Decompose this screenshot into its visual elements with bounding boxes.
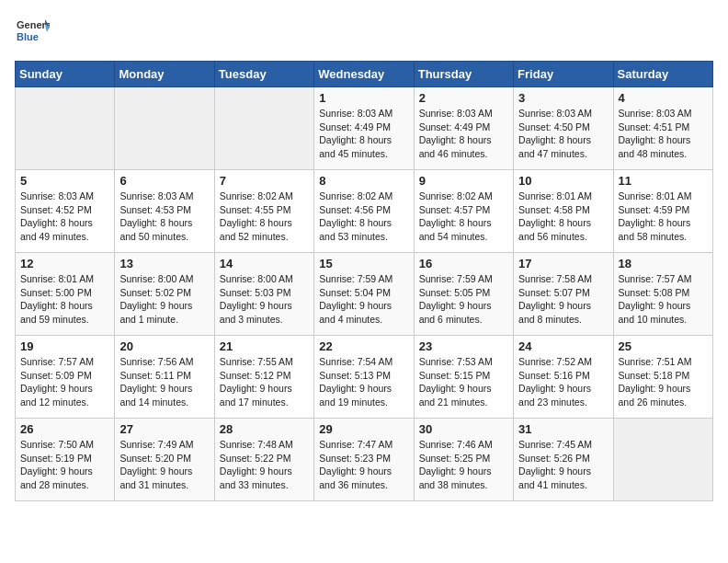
day-info: Sunrise: 8:01 AM Sunset: 5:00 PM Dayligh…	[20, 272, 109, 327]
day-info: Sunrise: 7:51 AM Sunset: 5:18 PM Dayligh…	[619, 355, 708, 409]
day-cell: 13Sunrise: 8:00 AM Sunset: 5:02 PM Dayli…	[115, 253, 214, 336]
day-info: Sunrise: 8:02 AM Sunset: 4:55 PM Dayligh…	[220, 190, 309, 244]
day-number: 22	[319, 339, 408, 353]
day-cell: 3Sunrise: 8:03 AM Sunset: 4:50 PM Daylig…	[514, 87, 613, 170]
day-number: 14	[220, 257, 309, 270]
day-info: Sunrise: 7:58 AM Sunset: 5:07 PM Dayligh…	[518, 272, 608, 327]
day-info: Sunrise: 7:54 AM Sunset: 5:13 PM Dayligh…	[319, 355, 408, 409]
day-cell: 26Sunrise: 7:50 AM Sunset: 5:19 PM Dayli…	[16, 419, 115, 501]
day-info: Sunrise: 8:03 AM Sunset: 4:53 PM Dayligh…	[119, 190, 209, 244]
day-cell: 22Sunrise: 7:54 AM Sunset: 5:13 PM Dayli…	[314, 336, 414, 419]
day-info: Sunrise: 8:03 AM Sunset: 4:49 PM Dayligh…	[419, 107, 508, 161]
day-info: Sunrise: 8:01 AM Sunset: 4:59 PM Dayligh…	[619, 190, 708, 244]
header-cell-wednesday: Wednesday	[314, 62, 414, 87]
day-cell: 19Sunrise: 7:57 AM Sunset: 5:09 PM Dayli…	[16, 336, 115, 419]
day-cell	[115, 87, 214, 170]
day-number: 16	[419, 257, 508, 270]
header-row: SundayMondayTuesdayWednesdayThursdayFrid…	[16, 62, 713, 87]
day-cell	[214, 87, 313, 170]
header-cell-thursday: Thursday	[414, 62, 513, 87]
week-row-3: 12Sunrise: 8:01 AM Sunset: 5:00 PM Dayli…	[16, 253, 713, 336]
day-number: 15	[319, 257, 408, 270]
day-info: Sunrise: 8:00 AM Sunset: 5:03 PM Dayligh…	[220, 272, 309, 327]
day-cell: 6Sunrise: 8:03 AM Sunset: 4:53 PM Daylig…	[115, 170, 214, 253]
day-cell: 17Sunrise: 7:58 AM Sunset: 5:07 PM Dayli…	[514, 253, 613, 336]
day-number: 30	[419, 422, 508, 436]
day-cell: 15Sunrise: 7:59 AM Sunset: 5:04 PM Dayli…	[314, 253, 414, 336]
day-info: Sunrise: 7:48 AM Sunset: 5:22 PM Dayligh…	[220, 438, 309, 492]
day-cell: 7Sunrise: 8:02 AM Sunset: 4:55 PM Daylig…	[214, 170, 313, 253]
day-cell: 18Sunrise: 7:57 AM Sunset: 5:08 PM Dayli…	[613, 253, 712, 336]
logo-svg: General Blue	[15, 15, 50, 50]
day-cell: 23Sunrise: 7:53 AM Sunset: 5:15 PM Dayli…	[414, 336, 513, 419]
day-cell: 31Sunrise: 7:45 AM Sunset: 5:26 PM Dayli…	[514, 419, 613, 501]
day-cell: 21Sunrise: 7:55 AM Sunset: 5:12 PM Dayli…	[214, 336, 313, 419]
header-cell-sunday: Sunday	[16, 62, 115, 87]
header-cell-monday: Monday	[115, 62, 214, 87]
day-cell: 9Sunrise: 8:02 AM Sunset: 4:57 PM Daylig…	[414, 170, 513, 253]
day-number: 20	[119, 339, 209, 353]
day-info: Sunrise: 7:59 AM Sunset: 5:05 PM Dayligh…	[419, 272, 508, 327]
day-number: 3	[518, 91, 608, 105]
day-info: Sunrise: 7:49 AM Sunset: 5:20 PM Dayligh…	[119, 438, 209, 492]
day-number: 19	[20, 339, 109, 353]
header-cell-saturday: Saturday	[613, 62, 712, 87]
day-number: 1	[319, 91, 408, 105]
day-number: 28	[220, 422, 309, 436]
day-info: Sunrise: 8:02 AM Sunset: 4:57 PM Dayligh…	[419, 190, 508, 244]
day-number: 31	[518, 422, 608, 436]
day-info: Sunrise: 7:45 AM Sunset: 5:26 PM Dayligh…	[518, 438, 608, 492]
day-cell: 11Sunrise: 8:01 AM Sunset: 4:59 PM Dayli…	[613, 170, 712, 253]
day-cell: 27Sunrise: 7:49 AM Sunset: 5:20 PM Dayli…	[115, 419, 214, 501]
day-number: 4	[619, 91, 708, 105]
day-info: Sunrise: 8:01 AM Sunset: 4:58 PM Dayligh…	[518, 190, 608, 244]
day-number: 7	[220, 174, 309, 188]
day-number: 6	[119, 174, 209, 188]
day-info: Sunrise: 7:52 AM Sunset: 5:16 PM Dayligh…	[518, 355, 608, 409]
calendar-table: SundayMondayTuesdayWednesdayThursdayFrid…	[15, 61, 713, 501]
svg-text:Blue: Blue	[17, 31, 39, 42]
day-number: 24	[518, 339, 608, 353]
day-info: Sunrise: 8:02 AM Sunset: 4:56 PM Dayligh…	[319, 190, 408, 244]
day-cell	[613, 419, 712, 501]
day-cell: 16Sunrise: 7:59 AM Sunset: 5:05 PM Dayli…	[414, 253, 513, 336]
day-info: Sunrise: 7:56 AM Sunset: 5:11 PM Dayligh…	[119, 355, 209, 409]
day-number: 5	[20, 174, 109, 188]
day-number: 23	[419, 339, 508, 353]
day-number: 9	[419, 174, 508, 188]
day-info: Sunrise: 8:03 AM Sunset: 4:50 PM Dayligh…	[518, 107, 608, 161]
day-number: 29	[319, 422, 408, 436]
day-number: 17	[518, 257, 608, 270]
day-cell: 8Sunrise: 8:02 AM Sunset: 4:56 PM Daylig…	[314, 170, 414, 253]
day-info: Sunrise: 8:03 AM Sunset: 4:51 PM Dayligh…	[619, 107, 708, 161]
day-number: 13	[119, 257, 209, 270]
day-cell: 2Sunrise: 8:03 AM Sunset: 4:49 PM Daylig…	[414, 87, 513, 170]
day-number: 11	[619, 174, 708, 188]
day-cell: 30Sunrise: 7:46 AM Sunset: 5:25 PM Dayli…	[414, 419, 513, 501]
header-cell-friday: Friday	[514, 62, 613, 87]
svg-text:General: General	[17, 19, 50, 30]
day-info: Sunrise: 7:47 AM Sunset: 5:23 PM Dayligh…	[319, 438, 408, 492]
week-row-5: 26Sunrise: 7:50 AM Sunset: 5:19 PM Dayli…	[16, 419, 713, 501]
day-cell: 25Sunrise: 7:51 AM Sunset: 5:18 PM Dayli…	[613, 336, 712, 419]
day-cell: 24Sunrise: 7:52 AM Sunset: 5:16 PM Dayli…	[514, 336, 613, 419]
day-info: Sunrise: 7:57 AM Sunset: 5:09 PM Dayligh…	[20, 355, 109, 409]
day-info: Sunrise: 7:57 AM Sunset: 5:08 PM Dayligh…	[619, 272, 708, 327]
day-cell: 14Sunrise: 8:00 AM Sunset: 5:03 PM Dayli…	[214, 253, 313, 336]
day-info: Sunrise: 7:53 AM Sunset: 5:15 PM Dayligh…	[419, 355, 508, 409]
day-info: Sunrise: 7:50 AM Sunset: 5:19 PM Dayligh…	[20, 438, 109, 492]
day-number: 25	[619, 339, 708, 353]
header-cell-tuesday: Tuesday	[214, 62, 313, 87]
day-info: Sunrise: 7:55 AM Sunset: 5:12 PM Dayligh…	[220, 355, 309, 409]
day-info: Sunrise: 8:03 AM Sunset: 4:49 PM Dayligh…	[319, 107, 408, 161]
day-info: Sunrise: 7:59 AM Sunset: 5:04 PM Dayligh…	[319, 272, 408, 327]
day-number: 26	[20, 422, 109, 436]
week-row-4: 19Sunrise: 7:57 AM Sunset: 5:09 PM Dayli…	[16, 336, 713, 419]
day-number: 18	[619, 257, 708, 270]
day-cell	[16, 87, 115, 170]
day-info: Sunrise: 8:00 AM Sunset: 5:02 PM Dayligh…	[119, 272, 209, 327]
day-number: 8	[319, 174, 408, 188]
day-cell: 12Sunrise: 8:01 AM Sunset: 5:00 PM Dayli…	[16, 253, 115, 336]
day-info: Sunrise: 8:03 AM Sunset: 4:52 PM Dayligh…	[20, 190, 109, 244]
day-number: 2	[419, 91, 508, 105]
